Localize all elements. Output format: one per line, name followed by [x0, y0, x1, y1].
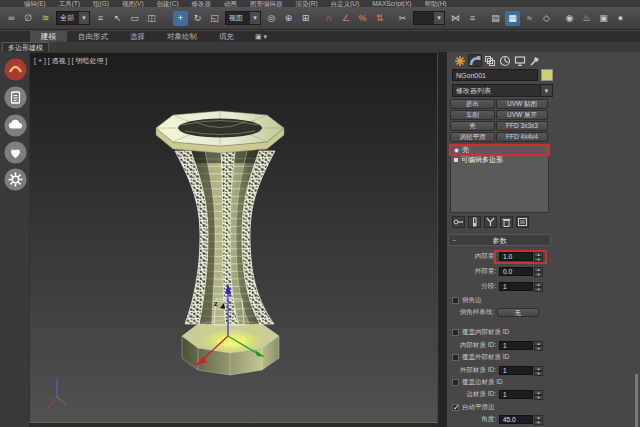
rollout-header[interactable]: − 参数	[448, 234, 551, 246]
align-icon[interactable]: ≡	[465, 11, 480, 26]
stack-item-shell[interactable]: 壳	[451, 145, 548, 155]
stack-item-editable-poly[interactable]: 可编辑多边形	[451, 155, 548, 165]
checkbox-override-inner-mat-id[interactable]	[452, 329, 459, 336]
modifier-button[interactable]: 涡轮平滑	[450, 132, 495, 142]
checkbox-auto-smooth-edge[interactable]	[452, 404, 459, 411]
document-icon[interactable]	[4, 86, 27, 109]
schematic-view-icon[interactable]: ◇	[539, 11, 554, 26]
menu-item[interactable]: 编辑(E)	[24, 0, 46, 6]
use-pivot-center-icon[interactable]: ◎	[264, 11, 279, 26]
make-unique-icon[interactable]	[484, 216, 497, 228]
param-value-field[interactable]: 45.0	[499, 415, 533, 424]
edit-named-sets-icon[interactable]: ✂	[395, 11, 410, 26]
percent-snap-icon[interactable]: %	[355, 11, 370, 26]
param-value-field[interactable]: 0.0	[499, 267, 533, 276]
spinner-arrows[interactable]: ▲▼	[534, 415, 543, 424]
select-and-link-icon[interactable]: ∞	[4, 11, 19, 26]
select-and-scale-icon[interactable]: ◱	[207, 11, 222, 26]
window-crossing-icon[interactable]: ◫	[144, 11, 159, 26]
menu-item[interactable]: 帮助(H)	[425, 0, 447, 6]
layer-manager-icon[interactable]: ▤	[488, 11, 503, 26]
graphite-toggle-icon[interactable]: ▦	[505, 11, 520, 26]
panel-scrollbar[interactable]	[635, 374, 638, 427]
display-tab-icon[interactable]	[513, 54, 527, 67]
spinner-arrows[interactable]: ▲▼	[534, 267, 543, 276]
cloud-icon[interactable]	[4, 114, 27, 137]
viewport[interactable]: [ + ] [ 透视 ] [ 明暗处理 ]	[29, 52, 438, 423]
render-setup-icon[interactable]: ♨	[579, 11, 594, 26]
configure-modifier-sets-icon[interactable]	[516, 216, 529, 228]
snap-toggle-icon[interactable]: ∩	[321, 11, 336, 26]
menu-item[interactable]: 组(G)	[93, 0, 109, 6]
param-value-field[interactable]: 1	[499, 341, 533, 350]
param-value-field[interactable]: 1.0	[499, 252, 533, 261]
select-and-move-icon[interactable]: +	[173, 11, 188, 26]
menu-item[interactable]: 动画	[224, 0, 237, 6]
named-sets-dropdown[interactable]: ▼	[413, 11, 445, 25]
checkbox-bevel-edges[interactable]	[452, 297, 459, 304]
tab-polygon-modeling[interactable]: 多边形建模	[2, 42, 49, 52]
menu-item[interactable]: 创建(C)	[157, 0, 179, 6]
selection-filter-dropdown[interactable]: 全部▼	[56, 11, 90, 25]
heart-icon[interactable]	[4, 141, 27, 164]
viewport-label[interactable]: [ + ] [ 透视 ] [ 明暗处理 ]	[34, 56, 107, 66]
checkbox-override-outer-mat-id[interactable]	[452, 354, 459, 361]
remove-modifier-icon[interactable]	[500, 216, 513, 228]
menu-item[interactable]: 工具(T)	[59, 0, 80, 6]
render-production-icon[interactable]: ●	[613, 11, 628, 26]
bevel-spline-button[interactable]: 无	[497, 308, 539, 317]
menu-item[interactable]: 修改器	[192, 0, 212, 6]
modifier-button[interactable]: UVW 贴图	[496, 99, 548, 109]
utilities-tab-icon[interactable]	[528, 54, 542, 67]
rectangular-selection-icon[interactable]: ▭	[127, 11, 142, 26]
motion-tab-icon[interactable]	[498, 54, 512, 67]
spinner-arrows[interactable]: ▲▼	[534, 390, 543, 399]
modifier-list-dropdown[interactable]: 修改器列表 ▼	[452, 84, 553, 97]
menu-item[interactable]: 自定义(U)	[331, 0, 360, 6]
checkbox-override-edge-mat-id[interactable]	[452, 379, 459, 386]
select-and-manipulate-icon[interactable]: ⊕	[281, 11, 296, 26]
mirror-icon[interactable]: ⋈	[448, 11, 463, 26]
modifier-button[interactable]: 车削	[450, 110, 495, 120]
modifier-button[interactable]: 挤出	[450, 99, 495, 109]
select-object-icon[interactable]: ↖	[110, 11, 125, 26]
site-logo-icon[interactable]	[4, 58, 27, 81]
menu-item[interactable]: 图形编辑器	[250, 0, 283, 6]
spinner-snap-icon[interactable]: ⇅	[372, 11, 387, 26]
spinner-arrows[interactable]: ▲▼	[534, 341, 543, 350]
param-value-field[interactable]: 1	[499, 390, 533, 399]
menu-item[interactable]: MAXScript(X)	[372, 0, 411, 6]
spinner-arrows[interactable]: ▲▼	[534, 366, 543, 375]
modifier-button[interactable]: UVW 展开	[496, 110, 548, 120]
object-color-swatch[interactable]	[541, 69, 553, 81]
menu-item[interactable]: 视图(V)	[122, 0, 144, 6]
ribbon-tab[interactable]: 对象绘制	[156, 31, 208, 42]
ribbon-tab[interactable]: 填充	[208, 31, 245, 42]
pin-stack-icon[interactable]	[452, 216, 465, 228]
bind-to-space-warp-icon[interactable]: ≋	[38, 11, 53, 26]
ribbon-config-icon[interactable]: ▣ ▾	[255, 31, 267, 42]
modifier-button[interactable]: FFD 4x4x4	[496, 132, 548, 142]
modifier-button[interactable]: FFD 3x3x3	[496, 121, 548, 131]
object-name-field[interactable]: NGon001	[452, 69, 538, 81]
param-value-field[interactable]: 1	[499, 282, 533, 291]
ribbon-tab[interactable]: 选择	[119, 31, 156, 42]
spinner-arrows[interactable]: ▲▼	[534, 282, 543, 291]
keyboard-override-icon[interactable]: ⊞	[298, 11, 313, 26]
ribbon-tab[interactable]: 建模	[30, 31, 67, 42]
rendered-frame-icon[interactable]: ▣	[596, 11, 611, 26]
ribbon-tab[interactable]: 自由形式	[67, 31, 119, 42]
spinner-arrows[interactable]: ▲▼	[534, 252, 543, 261]
angle-snap-icon[interactable]: ∠	[338, 11, 353, 26]
select-and-rotate-icon[interactable]: ↻	[190, 11, 205, 26]
unlink-selection-icon[interactable]: ∅	[21, 11, 36, 26]
reference-coordinate-dropdown[interactable]: 视图▼	[225, 11, 261, 25]
gear-icon[interactable]	[4, 168, 27, 191]
modifier-button[interactable]: 壳	[450, 121, 495, 131]
material-editor-icon[interactable]: ◉	[562, 11, 577, 26]
param-value-field[interactable]: 1	[499, 366, 533, 375]
curve-editor-icon[interactable]: ≈	[522, 11, 537, 26]
modify-tab-icon[interactable]	[468, 54, 482, 67]
hierarchy-tab-icon[interactable]	[483, 54, 497, 67]
create-tab-icon[interactable]	[453, 54, 467, 67]
